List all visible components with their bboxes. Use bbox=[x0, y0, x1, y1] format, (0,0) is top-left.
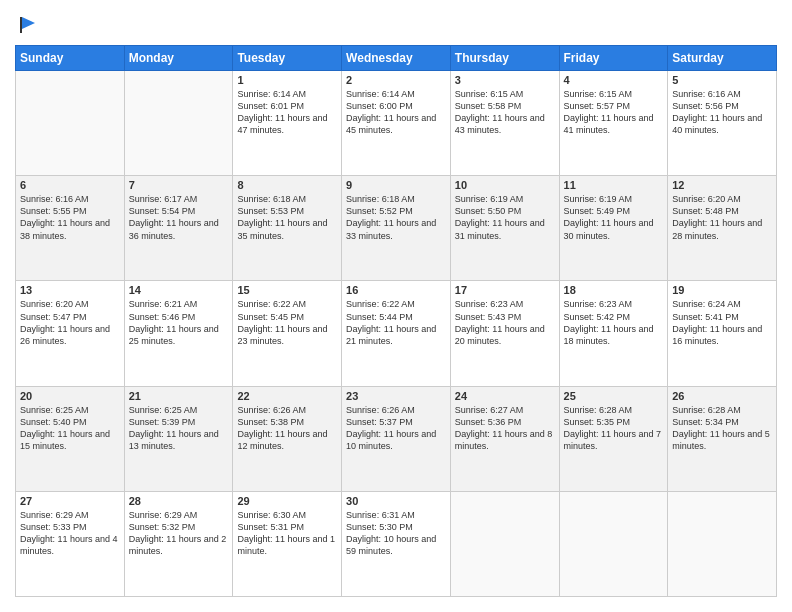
calendar-row-4: 20Sunrise: 6:25 AM Sunset: 5:40 PM Dayli… bbox=[16, 386, 777, 491]
calendar-cell: 15Sunrise: 6:22 AM Sunset: 5:45 PM Dayli… bbox=[233, 281, 342, 386]
day-info: Sunrise: 6:26 AM Sunset: 5:38 PM Dayligh… bbox=[237, 404, 337, 453]
day-number: 4 bbox=[564, 74, 664, 86]
day-info: Sunrise: 6:18 AM Sunset: 5:53 PM Dayligh… bbox=[237, 193, 337, 242]
day-info: Sunrise: 6:15 AM Sunset: 5:57 PM Dayligh… bbox=[564, 88, 664, 137]
calendar-cell: 16Sunrise: 6:22 AM Sunset: 5:44 PM Dayli… bbox=[342, 281, 451, 386]
day-number: 12 bbox=[672, 179, 772, 191]
day-info: Sunrise: 6:28 AM Sunset: 5:34 PM Dayligh… bbox=[672, 404, 772, 453]
calendar-cell: 5Sunrise: 6:16 AM Sunset: 5:56 PM Daylig… bbox=[668, 71, 777, 176]
col-header-friday: Friday bbox=[559, 46, 668, 71]
day-info: Sunrise: 6:24 AM Sunset: 5:41 PM Dayligh… bbox=[672, 298, 772, 347]
col-header-monday: Monday bbox=[124, 46, 233, 71]
calendar-cell: 19Sunrise: 6:24 AM Sunset: 5:41 PM Dayli… bbox=[668, 281, 777, 386]
day-number: 25 bbox=[564, 390, 664, 402]
day-number: 22 bbox=[237, 390, 337, 402]
svg-marker-0 bbox=[22, 17, 35, 29]
calendar-cell: 4Sunrise: 6:15 AM Sunset: 5:57 PM Daylig… bbox=[559, 71, 668, 176]
day-number: 29 bbox=[237, 495, 337, 507]
day-number: 3 bbox=[455, 74, 555, 86]
calendar-cell: 1Sunrise: 6:14 AM Sunset: 6:01 PM Daylig… bbox=[233, 71, 342, 176]
day-number: 5 bbox=[672, 74, 772, 86]
calendar-cell: 24Sunrise: 6:27 AM Sunset: 5:36 PM Dayli… bbox=[450, 386, 559, 491]
day-number: 18 bbox=[564, 284, 664, 296]
day-number: 26 bbox=[672, 390, 772, 402]
calendar-cell: 25Sunrise: 6:28 AM Sunset: 5:35 PM Dayli… bbox=[559, 386, 668, 491]
day-info: Sunrise: 6:20 AM Sunset: 5:48 PM Dayligh… bbox=[672, 193, 772, 242]
day-info: Sunrise: 6:23 AM Sunset: 5:42 PM Dayligh… bbox=[564, 298, 664, 347]
calendar-cell: 20Sunrise: 6:25 AM Sunset: 5:40 PM Dayli… bbox=[16, 386, 125, 491]
day-number: 17 bbox=[455, 284, 555, 296]
day-number: 14 bbox=[129, 284, 229, 296]
day-info: Sunrise: 6:18 AM Sunset: 5:52 PM Dayligh… bbox=[346, 193, 446, 242]
calendar-cell: 8Sunrise: 6:18 AM Sunset: 5:53 PM Daylig… bbox=[233, 176, 342, 281]
col-header-sunday: Sunday bbox=[16, 46, 125, 71]
calendar-cell bbox=[559, 491, 668, 596]
calendar-cell bbox=[450, 491, 559, 596]
day-info: Sunrise: 6:25 AM Sunset: 5:39 PM Dayligh… bbox=[129, 404, 229, 453]
day-info: Sunrise: 6:19 AM Sunset: 5:50 PM Dayligh… bbox=[455, 193, 555, 242]
day-info: Sunrise: 6:20 AM Sunset: 5:47 PM Dayligh… bbox=[20, 298, 120, 347]
day-number: 23 bbox=[346, 390, 446, 402]
col-header-thursday: Thursday bbox=[450, 46, 559, 71]
day-number: 16 bbox=[346, 284, 446, 296]
calendar-header-row: SundayMondayTuesdayWednesdayThursdayFrid… bbox=[16, 46, 777, 71]
logo bbox=[15, 15, 37, 35]
day-number: 28 bbox=[129, 495, 229, 507]
calendar-cell: 11Sunrise: 6:19 AM Sunset: 5:49 PM Dayli… bbox=[559, 176, 668, 281]
calendar-cell: 2Sunrise: 6:14 AM Sunset: 6:00 PM Daylig… bbox=[342, 71, 451, 176]
calendar-cell: 9Sunrise: 6:18 AM Sunset: 5:52 PM Daylig… bbox=[342, 176, 451, 281]
calendar-row-5: 27Sunrise: 6:29 AM Sunset: 5:33 PM Dayli… bbox=[16, 491, 777, 596]
calendar-cell: 18Sunrise: 6:23 AM Sunset: 5:42 PM Dayli… bbox=[559, 281, 668, 386]
day-info: Sunrise: 6:16 AM Sunset: 5:55 PM Dayligh… bbox=[20, 193, 120, 242]
day-info: Sunrise: 6:23 AM Sunset: 5:43 PM Dayligh… bbox=[455, 298, 555, 347]
day-info: Sunrise: 6:21 AM Sunset: 5:46 PM Dayligh… bbox=[129, 298, 229, 347]
calendar-cell bbox=[16, 71, 125, 176]
calendar-cell: 28Sunrise: 6:29 AM Sunset: 5:32 PM Dayli… bbox=[124, 491, 233, 596]
day-number: 21 bbox=[129, 390, 229, 402]
day-info: Sunrise: 6:27 AM Sunset: 5:36 PM Dayligh… bbox=[455, 404, 555, 453]
day-info: Sunrise: 6:29 AM Sunset: 5:32 PM Dayligh… bbox=[129, 509, 229, 558]
calendar-cell: 7Sunrise: 6:17 AM Sunset: 5:54 PM Daylig… bbox=[124, 176, 233, 281]
day-info: Sunrise: 6:14 AM Sunset: 6:00 PM Dayligh… bbox=[346, 88, 446, 137]
calendar-cell bbox=[124, 71, 233, 176]
header bbox=[15, 15, 777, 35]
day-number: 2 bbox=[346, 74, 446, 86]
day-info: Sunrise: 6:17 AM Sunset: 5:54 PM Dayligh… bbox=[129, 193, 229, 242]
day-number: 20 bbox=[20, 390, 120, 402]
day-info: Sunrise: 6:16 AM Sunset: 5:56 PM Dayligh… bbox=[672, 88, 772, 137]
day-number: 27 bbox=[20, 495, 120, 507]
calendar-cell: 10Sunrise: 6:19 AM Sunset: 5:50 PM Dayli… bbox=[450, 176, 559, 281]
day-number: 24 bbox=[455, 390, 555, 402]
day-number: 11 bbox=[564, 179, 664, 191]
svg-rect-1 bbox=[20, 17, 22, 33]
day-number: 13 bbox=[20, 284, 120, 296]
calendar-row-2: 6Sunrise: 6:16 AM Sunset: 5:55 PM Daylig… bbox=[16, 176, 777, 281]
calendar-cell: 22Sunrise: 6:26 AM Sunset: 5:38 PM Dayli… bbox=[233, 386, 342, 491]
calendar-row-1: 1Sunrise: 6:14 AM Sunset: 6:01 PM Daylig… bbox=[16, 71, 777, 176]
calendar-cell: 23Sunrise: 6:26 AM Sunset: 5:37 PM Dayli… bbox=[342, 386, 451, 491]
calendar-cell: 14Sunrise: 6:21 AM Sunset: 5:46 PM Dayli… bbox=[124, 281, 233, 386]
calendar-cell: 27Sunrise: 6:29 AM Sunset: 5:33 PM Dayli… bbox=[16, 491, 125, 596]
day-number: 1 bbox=[237, 74, 337, 86]
page: SundayMondayTuesdayWednesdayThursdayFrid… bbox=[0, 0, 792, 612]
day-number: 19 bbox=[672, 284, 772, 296]
day-info: Sunrise: 6:29 AM Sunset: 5:33 PM Dayligh… bbox=[20, 509, 120, 558]
day-number: 7 bbox=[129, 179, 229, 191]
calendar-cell: 12Sunrise: 6:20 AM Sunset: 5:48 PM Dayli… bbox=[668, 176, 777, 281]
col-header-saturday: Saturday bbox=[668, 46, 777, 71]
calendar-cell: 21Sunrise: 6:25 AM Sunset: 5:39 PM Dayli… bbox=[124, 386, 233, 491]
day-number: 9 bbox=[346, 179, 446, 191]
day-info: Sunrise: 6:14 AM Sunset: 6:01 PM Dayligh… bbox=[237, 88, 337, 137]
day-info: Sunrise: 6:22 AM Sunset: 5:44 PM Dayligh… bbox=[346, 298, 446, 347]
calendar-table: SundayMondayTuesdayWednesdayThursdayFrid… bbox=[15, 45, 777, 597]
day-info: Sunrise: 6:19 AM Sunset: 5:49 PM Dayligh… bbox=[564, 193, 664, 242]
calendar-cell: 17Sunrise: 6:23 AM Sunset: 5:43 PM Dayli… bbox=[450, 281, 559, 386]
day-number: 8 bbox=[237, 179, 337, 191]
day-number: 30 bbox=[346, 495, 446, 507]
col-header-tuesday: Tuesday bbox=[233, 46, 342, 71]
day-info: Sunrise: 6:26 AM Sunset: 5:37 PM Dayligh… bbox=[346, 404, 446, 453]
day-info: Sunrise: 6:31 AM Sunset: 5:30 PM Dayligh… bbox=[346, 509, 446, 558]
day-info: Sunrise: 6:22 AM Sunset: 5:45 PM Dayligh… bbox=[237, 298, 337, 347]
logo-flag-icon bbox=[17, 15, 37, 35]
logo-text bbox=[15, 15, 37, 35]
